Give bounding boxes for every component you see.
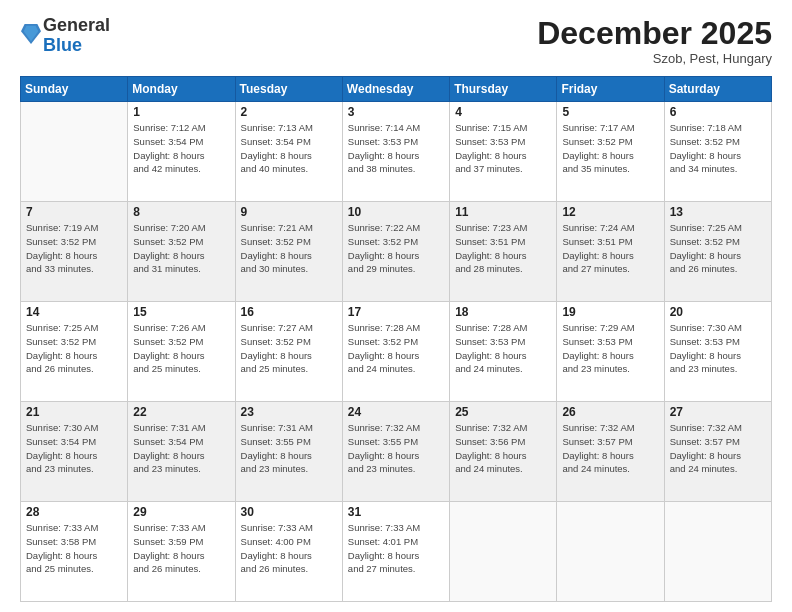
day-number: 26 <box>562 405 658 419</box>
month-title: December 2025 <box>537 16 772 51</box>
title-block: December 2025 Szob, Pest, Hungary <box>537 16 772 66</box>
day-number: 3 <box>348 105 444 119</box>
day-info: Sunrise: 7:28 AMSunset: 3:52 PMDaylight:… <box>348 321 444 376</box>
day-number: 22 <box>133 405 229 419</box>
calendar-header-monday: Monday <box>128 77 235 102</box>
day-number: 11 <box>455 205 551 219</box>
calendar-cell: 8Sunrise: 7:20 AMSunset: 3:52 PMDaylight… <box>128 202 235 302</box>
day-number: 18 <box>455 305 551 319</box>
day-info: Sunrise: 7:18 AMSunset: 3:52 PMDaylight:… <box>670 121 766 176</box>
calendar-cell: 12Sunrise: 7:24 AMSunset: 3:51 PMDayligh… <box>557 202 664 302</box>
calendar-cell: 28Sunrise: 7:33 AMSunset: 3:58 PMDayligh… <box>21 502 128 602</box>
day-info: Sunrise: 7:22 AMSunset: 3:52 PMDaylight:… <box>348 221 444 276</box>
day-info: Sunrise: 7:12 AMSunset: 3:54 PMDaylight:… <box>133 121 229 176</box>
day-info: Sunrise: 7:17 AMSunset: 3:52 PMDaylight:… <box>562 121 658 176</box>
calendar-cell: 20Sunrise: 7:30 AMSunset: 3:53 PMDayligh… <box>664 302 771 402</box>
day-number: 23 <box>241 405 337 419</box>
calendar-header-row: SundayMondayTuesdayWednesdayThursdayFrid… <box>21 77 772 102</box>
calendar-cell: 31Sunrise: 7:33 AMSunset: 4:01 PMDayligh… <box>342 502 449 602</box>
location-subtitle: Szob, Pest, Hungary <box>537 51 772 66</box>
calendar-header-sunday: Sunday <box>21 77 128 102</box>
day-info: Sunrise: 7:30 AMSunset: 3:54 PMDaylight:… <box>26 421 122 476</box>
calendar-cell: 30Sunrise: 7:33 AMSunset: 4:00 PMDayligh… <box>235 502 342 602</box>
calendar-cell: 26Sunrise: 7:32 AMSunset: 3:57 PMDayligh… <box>557 402 664 502</box>
day-info: Sunrise: 7:29 AMSunset: 3:53 PMDaylight:… <box>562 321 658 376</box>
logo: General Blue <box>20 16 110 56</box>
day-info: Sunrise: 7:27 AMSunset: 3:52 PMDaylight:… <box>241 321 337 376</box>
calendar-cell <box>557 502 664 602</box>
calendar-cell: 15Sunrise: 7:26 AMSunset: 3:52 PMDayligh… <box>128 302 235 402</box>
calendar-cell: 3Sunrise: 7:14 AMSunset: 3:53 PMDaylight… <box>342 102 449 202</box>
calendar-week-row: 14Sunrise: 7:25 AMSunset: 3:52 PMDayligh… <box>21 302 772 402</box>
calendar-cell: 13Sunrise: 7:25 AMSunset: 3:52 PMDayligh… <box>664 202 771 302</box>
calendar-week-row: 21Sunrise: 7:30 AMSunset: 3:54 PMDayligh… <box>21 402 772 502</box>
calendar-header-thursday: Thursday <box>450 77 557 102</box>
day-info: Sunrise: 7:21 AMSunset: 3:52 PMDaylight:… <box>241 221 337 276</box>
day-info: Sunrise: 7:32 AMSunset: 3:57 PMDaylight:… <box>562 421 658 476</box>
day-info: Sunrise: 7:23 AMSunset: 3:51 PMDaylight:… <box>455 221 551 276</box>
calendar-cell: 18Sunrise: 7:28 AMSunset: 3:53 PMDayligh… <box>450 302 557 402</box>
day-info: Sunrise: 7:30 AMSunset: 3:53 PMDaylight:… <box>670 321 766 376</box>
calendar-table: SundayMondayTuesdayWednesdayThursdayFrid… <box>20 76 772 602</box>
day-info: Sunrise: 7:33 AMSunset: 3:58 PMDaylight:… <box>26 521 122 576</box>
day-info: Sunrise: 7:32 AMSunset: 3:57 PMDaylight:… <box>670 421 766 476</box>
day-info: Sunrise: 7:13 AMSunset: 3:54 PMDaylight:… <box>241 121 337 176</box>
calendar-cell: 11Sunrise: 7:23 AMSunset: 3:51 PMDayligh… <box>450 202 557 302</box>
day-number: 4 <box>455 105 551 119</box>
calendar-cell: 7Sunrise: 7:19 AMSunset: 3:52 PMDaylight… <box>21 202 128 302</box>
day-info: Sunrise: 7:25 AMSunset: 3:52 PMDaylight:… <box>670 221 766 276</box>
day-number: 30 <box>241 505 337 519</box>
day-number: 1 <box>133 105 229 119</box>
day-info: Sunrise: 7:14 AMSunset: 3:53 PMDaylight:… <box>348 121 444 176</box>
day-number: 25 <box>455 405 551 419</box>
day-number: 6 <box>670 105 766 119</box>
calendar-cell: 22Sunrise: 7:31 AMSunset: 3:54 PMDayligh… <box>128 402 235 502</box>
day-number: 10 <box>348 205 444 219</box>
day-info: Sunrise: 7:32 AMSunset: 3:55 PMDaylight:… <box>348 421 444 476</box>
calendar-cell <box>21 102 128 202</box>
header: General Blue December 2025 Szob, Pest, H… <box>20 16 772 66</box>
page: General Blue December 2025 Szob, Pest, H… <box>0 0 792 612</box>
calendar-week-row: 28Sunrise: 7:33 AMSunset: 3:58 PMDayligh… <box>21 502 772 602</box>
day-info: Sunrise: 7:26 AMSunset: 3:52 PMDaylight:… <box>133 321 229 376</box>
day-info: Sunrise: 7:32 AMSunset: 3:56 PMDaylight:… <box>455 421 551 476</box>
day-number: 28 <box>26 505 122 519</box>
calendar-header-tuesday: Tuesday <box>235 77 342 102</box>
calendar-cell: 16Sunrise: 7:27 AMSunset: 3:52 PMDayligh… <box>235 302 342 402</box>
day-number: 13 <box>670 205 766 219</box>
day-number: 14 <box>26 305 122 319</box>
calendar-cell: 21Sunrise: 7:30 AMSunset: 3:54 PMDayligh… <box>21 402 128 502</box>
calendar-cell: 24Sunrise: 7:32 AMSunset: 3:55 PMDayligh… <box>342 402 449 502</box>
calendar-week-row: 7Sunrise: 7:19 AMSunset: 3:52 PMDaylight… <box>21 202 772 302</box>
calendar-cell <box>664 502 771 602</box>
calendar-cell <box>450 502 557 602</box>
day-number: 12 <box>562 205 658 219</box>
day-number: 24 <box>348 405 444 419</box>
calendar-cell: 2Sunrise: 7:13 AMSunset: 3:54 PMDaylight… <box>235 102 342 202</box>
calendar-header-saturday: Saturday <box>664 77 771 102</box>
day-number: 19 <box>562 305 658 319</box>
day-number: 29 <box>133 505 229 519</box>
day-number: 27 <box>670 405 766 419</box>
day-number: 16 <box>241 305 337 319</box>
day-info: Sunrise: 7:33 AMSunset: 4:00 PMDaylight:… <box>241 521 337 576</box>
svg-marker-1 <box>24 26 39 41</box>
calendar-cell: 9Sunrise: 7:21 AMSunset: 3:52 PMDaylight… <box>235 202 342 302</box>
day-info: Sunrise: 7:24 AMSunset: 3:51 PMDaylight:… <box>562 221 658 276</box>
day-info: Sunrise: 7:20 AMSunset: 3:52 PMDaylight:… <box>133 221 229 276</box>
day-info: Sunrise: 7:15 AMSunset: 3:53 PMDaylight:… <box>455 121 551 176</box>
logo-blue-text: Blue <box>43 35 82 55</box>
calendar-cell: 10Sunrise: 7:22 AMSunset: 3:52 PMDayligh… <box>342 202 449 302</box>
calendar-cell: 5Sunrise: 7:17 AMSunset: 3:52 PMDaylight… <box>557 102 664 202</box>
day-number: 5 <box>562 105 658 119</box>
calendar-cell: 4Sunrise: 7:15 AMSunset: 3:53 PMDaylight… <box>450 102 557 202</box>
day-number: 15 <box>133 305 229 319</box>
day-info: Sunrise: 7:19 AMSunset: 3:52 PMDaylight:… <box>26 221 122 276</box>
calendar-cell: 17Sunrise: 7:28 AMSunset: 3:52 PMDayligh… <box>342 302 449 402</box>
day-number: 2 <box>241 105 337 119</box>
day-number: 8 <box>133 205 229 219</box>
calendar-cell: 1Sunrise: 7:12 AMSunset: 3:54 PMDaylight… <box>128 102 235 202</box>
calendar-cell: 27Sunrise: 7:32 AMSunset: 3:57 PMDayligh… <box>664 402 771 502</box>
day-number: 31 <box>348 505 444 519</box>
day-number: 17 <box>348 305 444 319</box>
